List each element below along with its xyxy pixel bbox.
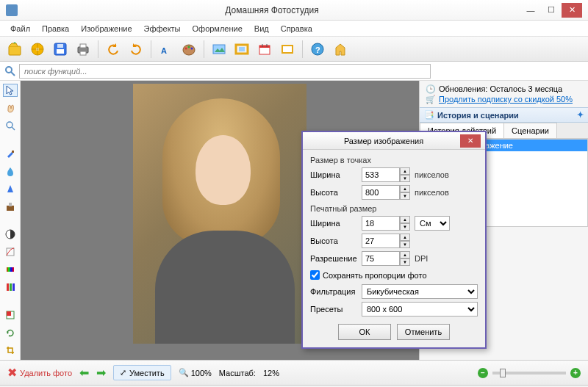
tool-magnify[interactable] [3,119,18,132]
svg-rect-0 [9,46,21,55]
zoom-100-button[interactable]: 🔍100% [179,368,212,377]
presets-label: Пресеты [310,305,357,314]
card-button[interactable] [277,39,298,59]
tool-rotate[interactable] [3,326,18,339]
width-px-spinner[interactable]: ▲▼ [362,167,410,182]
titlebar: Домашняя Фотостудия — ☐ ✕ [0,0,588,21]
add-scenario-button[interactable]: ✦ [577,110,584,120]
open-button[interactable] [4,39,25,59]
history-panel-title: 📑 История и сценарии ✦ [420,107,588,123]
tool-crop[interactable] [3,344,18,357]
zoom-slider[interactable] [492,372,566,375]
zoom-out-button[interactable]: − [478,368,488,378]
calendar-button[interactable] [254,39,275,59]
home-button[interactable] [330,39,351,59]
app-icon [6,4,18,16]
tab-scenarios[interactable]: Сценарии [503,123,557,138]
unit-select[interactable]: См [415,216,450,231]
prev-button[interactable]: ⬅ [79,366,89,380]
help-button[interactable]: ? [307,39,328,59]
height-cm-spinner[interactable]: ▲▼ [362,234,410,248]
menu-file[interactable]: Файл [4,23,36,35]
cart-icon: 🛒 [426,94,436,104]
next-button[interactable]: ➡ [96,366,106,380]
height-px-spinner[interactable]: ▲▼ [362,185,410,200]
save-button[interactable] [50,39,71,59]
dialog-close-button[interactable]: ✕ [460,134,481,148]
menu-effects[interactable]: Эффекты [138,23,187,35]
zoom-in-button[interactable]: + [570,368,581,378]
close-button[interactable]: ✕ [562,3,582,18]
print-button[interactable] [73,39,93,59]
photo-preview [133,84,306,344]
svg-rect-38 [7,248,14,256]
delete-photo-button[interactable]: ✖Удалить фото [7,366,72,380]
menu-view[interactable]: Вид [248,23,275,35]
svg-text:?: ? [315,46,320,54]
svg-marker-34 [7,185,13,192]
filter-select[interactable]: Бикубическая [362,284,478,299]
resolution-spinner[interactable]: ▲▼ [362,251,410,266]
svg-point-29 [6,67,12,73]
frame-button[interactable] [232,39,252,59]
tool-clone[interactable] [3,200,18,213]
resolution-label: Разрешение [310,254,357,263]
tool-cursor[interactable] [3,84,18,97]
svg-point-31 [7,122,12,128]
svg-rect-40 [7,283,9,291]
minimize-button[interactable]: — [520,3,541,18]
svg-rect-9 [80,44,86,48]
dialog-title: Размер изображения [307,137,460,145]
menu-image[interactable]: Изображение [75,23,137,35]
svg-line-32 [12,127,15,130]
spin-down-icon[interactable]: ▼ [400,175,410,182]
menu-edit[interactable]: Правка [36,23,75,35]
tool-hand[interactable] [3,101,18,115]
tool-brush[interactable] [3,147,18,160]
batch-button[interactable] [27,39,48,59]
width-cm-spinner[interactable]: ▲▼ [362,216,410,231]
svg-rect-44 [7,311,11,316]
magnify-icon: 🔍 [179,368,189,377]
svg-rect-21 [259,46,270,48]
maximize-button[interactable]: ☐ [541,3,562,18]
svg-rect-39 [7,267,14,272]
keep-ratio-checkbox[interactable] [310,270,320,280]
text-button[interactable]: A [156,39,176,59]
history-icon: 📑 [424,110,434,120]
svg-marker-28 [336,44,345,55]
extend-link[interactable]: Продлить подписку со скидкой 50% [439,94,573,104]
tool-resize[interactable] [3,308,18,321]
tool-sharpen[interactable] [3,182,18,195]
tool-dock [0,81,21,360]
search-icon [4,65,16,77]
image-button[interactable] [209,39,229,59]
tool-contrast[interactable] [3,228,18,241]
menu-help[interactable]: Справка [275,23,318,35]
svg-rect-35 [7,206,14,211]
scale-value: 12% [263,369,279,377]
resize-dialog: Размер изображения ✕ Размер в точках Шир… [301,131,487,349]
svg-text:A: A [161,46,167,55]
palette-button[interactable] [179,39,199,59]
redo-button[interactable] [126,39,146,59]
cancel-button[interactable]: Отменить [397,324,450,340]
main-toolbar: A ? [0,37,588,62]
tool-curves[interactable] [3,245,18,258]
tool-drop[interactable] [3,164,18,178]
search-bar [0,62,588,81]
updates-remaining: Обновления: Осталось 3 месяца [439,84,562,94]
menubar: Файл Правка Изображение Эффекты Оформлен… [0,21,588,37]
undo-button[interactable] [103,39,123,59]
spin-up-icon[interactable]: ▲ [400,167,410,175]
presets-select[interactable]: 800 x 600 [362,302,478,317]
ok-button[interactable]: ОК [338,324,391,340]
tool-hue[interactable] [3,263,18,276]
scale-label: Масштаб: [219,369,256,377]
svg-point-15 [191,47,193,49]
tool-channels[interactable] [3,281,18,294]
updates-box: 🕒Обновления: Осталось 3 месяца 🛒Продлить… [420,81,588,107]
fit-button[interactable]: ⤢Уместить [113,365,171,380]
search-input[interactable] [19,64,431,79]
menu-design[interactable]: Оформление [187,23,248,35]
